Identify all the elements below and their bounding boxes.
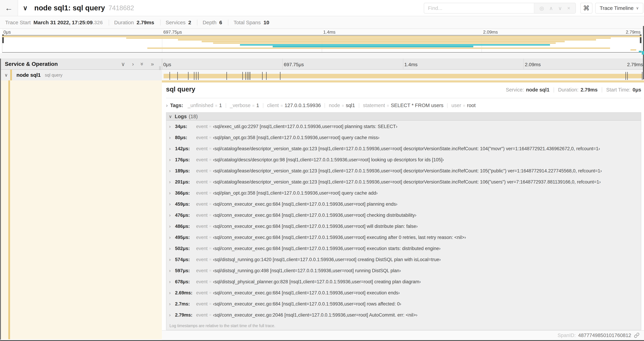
log-field-key: event (196, 246, 208, 251)
log-row[interactable]: ›2.7ms:event=‹sql/conn_executor_exec.go:… (166, 298, 641, 309)
log-row[interactable]: ›189μs:event=‹sql/catalog/lease/descript… (166, 165, 641, 176)
timeline-tick-label: 2.79ms (627, 62, 643, 67)
column-resize-handle[interactable] (159, 66, 162, 70)
log-field-value: ‹sql/plan_opt.go:358 [nsql1,client=127.0… (213, 190, 378, 196)
log-row[interactable]: ›502μs:event=‹sql/conn_executor_exec.go:… (166, 243, 641, 254)
next-match-icon[interactable]: ∨ (558, 5, 562, 11)
log-row[interactable]: ›201μs:event=‹sql/catalog/lease/descript… (166, 176, 641, 187)
summary-divider (602, 87, 602, 93)
timeline-tick-label: 1.4ms (404, 62, 418, 67)
log-timestamp: 80μs: (175, 135, 194, 140)
trace-summary-item: Duration2.79ms (114, 20, 160, 26)
minimap-span (639, 51, 642, 52)
tag-item: statement=SELECT * FROM users (363, 103, 444, 108)
keyboard-shortcuts-button[interactable]: ⌘ (580, 3, 592, 14)
chevron-right-icon: › (169, 190, 175, 196)
chevron-right-icon: › (169, 179, 175, 185)
log-timestamp: 486μs: (175, 224, 194, 229)
collapse-one-icon[interactable]: ∨ (121, 61, 125, 67)
match-locate-icon[interactable]: ◎ (540, 5, 544, 11)
log-row[interactable]: ›495μs:event=‹sql/conn_executor_exec.go:… (166, 232, 641, 243)
left-scrollbar[interactable] (0, 59, 1, 339)
chevron-right-icon: › (169, 246, 175, 251)
tag-item: client=127.0.0.1:59936 (267, 103, 321, 108)
log-row[interactable]: ›574μs:event=‹sql/distsql_running.go:142… (166, 254, 641, 265)
log-field-value: ‹sql/plan_opt.go:358 [nsql1,client=127.0… (213, 135, 380, 140)
chevron-right-icon: › (169, 312, 175, 318)
log-field-value: ‹sql/conn_executor_exec.go:684 [nsql1,cl… (213, 201, 398, 207)
minimap-span (630, 49, 636, 51)
log-field-key: event (196, 157, 208, 163)
log-row[interactable]: ›597μs:event=‹sql/distsql_running.go:498… (166, 265, 641, 276)
log-row[interactable]: ›459μs:event=‹sql/conn_executor_exec.go:… (166, 199, 641, 210)
logs-footnote: Log timestamps are relative to the start… (170, 323, 275, 328)
trace-timeline-page: ← ∨ node sql1: sql query 7418682 ◎ ∧ ∨ ×… (0, 0, 644, 341)
trace-title: node sql1: sql query (34, 4, 105, 12)
log-field-value: ‹sql/catalog/lease/descriptor_version_st… (213, 179, 601, 185)
trace-collapse-chevron-icon[interactable]: ∨ (23, 0, 28, 16)
span-detail-panel: sql query Service:node sql1Duration:2.79… (162, 80, 644, 340)
timeline-tick-label: 0μs (163, 62, 171, 67)
log-row[interactable]: ›176μs:event=‹sql/catalog/descs/descript… (166, 154, 641, 165)
expand-one-icon[interactable]: › (132, 61, 134, 67)
span-color-stripe (10, 70, 12, 80)
span-duration-bar[interactable] (164, 74, 642, 78)
expand-all-icon[interactable]: » (151, 61, 154, 67)
log-timestamp: 678μs: (175, 279, 194, 284)
log-row[interactable]: ›142μs:event=‹sql/catalog/lease/descript… (166, 143, 641, 154)
prev-match-icon[interactable]: ∧ (549, 5, 553, 11)
log-field-key: event (196, 290, 208, 296)
chevron-right-icon: › (169, 301, 175, 307)
span-row-label[interactable]: ∨ node sql1 sql query (0, 70, 162, 80)
log-field-key: event (196, 279, 208, 284)
log-row[interactable]: ›2.79ms:event=‹sql/conn_executor_exec.go… (166, 309, 641, 320)
logs-count: (18) (189, 114, 198, 119)
tags-row[interactable]: › Tags: _unfinished=1_verbose=1client=12… (166, 103, 641, 108)
log-timestamp: 142μs: (175, 146, 194, 151)
tag-item: user=root (451, 103, 476, 108)
clear-find-icon[interactable]: × (567, 5, 570, 11)
detail-summary-item: Start Time:0μs (606, 87, 641, 93)
log-field-key: event (196, 201, 208, 207)
chevron-right-icon: › (169, 290, 175, 296)
log-field-value: ‹sql/conn_executor_exec.go:684 [nsql1,cl… (213, 290, 400, 296)
log-rows: ›34μs:event=‹sql/exec_util.go:2297 [nsql… (166, 121, 641, 320)
collapse-all-icon[interactable]: » (139, 63, 146, 66)
back-button[interactable]: ← (0, 0, 18, 16)
find-input[interactable] (424, 3, 534, 13)
trace-summary-item: Depth6 (202, 20, 228, 26)
log-field-value: ‹sql/catalog/lease/descriptor_version_st… (213, 168, 602, 174)
log-row[interactable]: ›476μs:event=‹sql/conn_executor_exec.go:… (166, 210, 641, 221)
detail-header: sql query Service:node sql1Duration:2.79… (166, 86, 641, 98)
log-marker (226, 72, 227, 80)
timeline-tick-label: 2.79ms (626, 30, 640, 35)
trace-id: 7418682 (108, 4, 134, 12)
log-timestamp: 176μs: (175, 157, 194, 163)
log-timestamp: 597μs: (175, 268, 194, 273)
log-row[interactable]: ›486μs:event=‹sql/conn_executor_exec.go:… (166, 221, 641, 232)
log-field-value: ‹sql/conn_executor_exec.go:684 [nsql1,cl… (213, 246, 440, 251)
span-table-header: Service & Operation ∨ › » » (0, 59, 162, 70)
log-row[interactable]: ›34μs:event=‹sql/exec_util.go:2297 [nsql… (166, 121, 641, 132)
log-timestamp: 459μs: (175, 201, 194, 207)
window-bottom-edge (0, 340, 644, 341)
log-field-value: ‹sql/conn_executor_exec.go:2046 [nsql1,c… (213, 312, 418, 318)
log-row[interactable]: ›80μs:event=‹sql/plan_opt.go:358 [nsql1,… (166, 132, 641, 143)
tree-controls: ∨ › » » (121, 61, 154, 67)
chevron-right-icon: › (169, 279, 175, 284)
view-selector-button[interactable]: Trace Timeline ∨ (595, 3, 643, 14)
tag-divider (226, 103, 226, 108)
logs-header[interactable]: ∨ Logs (18) (166, 113, 641, 121)
row-chevron-down-icon[interactable]: ∨ (4, 72, 8, 78)
minimap-span (240, 44, 550, 46)
detail-summary: Service:node sql1Duration:2.79msStart Ti… (506, 87, 641, 93)
timeline-tick-label: 2.09ms (525, 62, 541, 67)
log-row[interactable]: ›678μs:event=‹sql/distsql_physical_plann… (166, 276, 641, 287)
chevron-right-icon: › (169, 157, 175, 163)
link-icon[interactable] (634, 332, 640, 338)
log-timestamp: 502μs: (175, 246, 194, 251)
logs-section: ∨ Logs (18) ›34μs:event=‹sql/exec_util.g… (166, 112, 641, 330)
log-row[interactable]: ›2.69ms:event=‹sql/conn_executor_exec.go… (166, 287, 641, 298)
minimap-canvas[interactable] (2, 35, 642, 53)
log-row[interactable]: ›366μs:event=‹sql/plan_opt.go:358 [nsql1… (166, 187, 641, 199)
